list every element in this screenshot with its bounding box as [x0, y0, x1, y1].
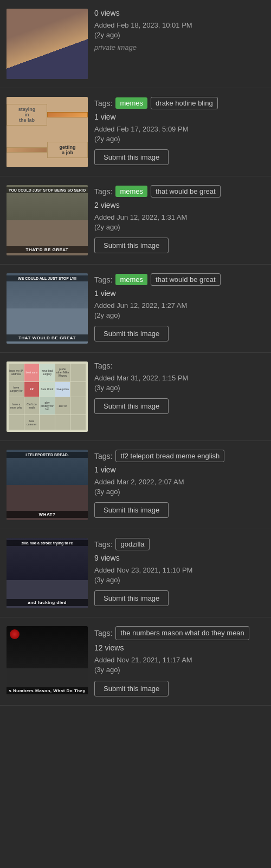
thumbnail: s Numbers Mason, What Do They: [7, 626, 88, 696]
tags-row: Tags: memes that would be great: [94, 273, 264, 286]
tags-label: Tags:: [94, 361, 112, 370]
thumbnail-text-bottom: THAT WOULD BE GREAT: [7, 334, 88, 341]
thumbnail-text-top: I TELEPORTED BREAD.: [7, 452, 88, 458]
tag-godzilla[interactable]: godzilla: [115, 538, 149, 550]
tag-memes[interactable]: memes: [115, 97, 147, 109]
list-item: 0 views Added Feb 18, 2023, 10:01 PM(2y …: [0, 0, 271, 88]
tags-row: Tags: godzilla: [94, 538, 264, 550]
list-item: I TELEPORTED BREAD. WHAT? Tags: tf2 tele…: [0, 441, 271, 529]
thumbnail: I TELEPORTED BREAD. WHAT?: [7, 450, 88, 520]
thumbnail-text-top: WE COULD ALL JUST STOP LYII: [7, 275, 88, 281]
item-info: 0 views Added Feb 18, 2023, 10:01 PM(2y …: [94, 9, 264, 63]
thumbnail-text-bottom: WHAT?: [7, 511, 88, 518]
view-count: 0 views: [94, 9, 264, 17]
thumbnail: stayinginthe lab gettinga job: [7, 97, 88, 167]
submit-button[interactable]: Submit this image: [94, 238, 169, 253]
view-count: 1 view: [94, 113, 264, 121]
thumbnail-text-top: zilla had a stroke trying to re: [7, 540, 88, 546]
tags-label: Tags:: [94, 452, 112, 461]
item-info: Tags: memes that would be great 1 view A…: [94, 273, 264, 341]
thumbnail: zilla had a stroke trying to re and fuck…: [7, 538, 88, 608]
list-item: YOU COULD JUST STOP BEING SO SERIO THAT'…: [0, 176, 271, 265]
submit-button[interactable]: Submit this image: [94, 681, 169, 696]
submit-button[interactable]: Submit this image: [94, 398, 169, 414]
thumbnail-text-bottom: THAT'D BE GREAT: [7, 246, 88, 253]
tags-row: Tags: the numbers mason what do they mea…: [94, 626, 264, 640]
item-info: Tags: godzilla 9 views Added Nov 23, 202…: [94, 538, 264, 606]
view-count: 12 views: [94, 643, 264, 652]
tags-label: Tags:: [94, 275, 112, 284]
tags-label: Tags:: [94, 187, 112, 196]
list-item: zilla had a stroke trying to re and fuck…: [0, 529, 271, 617]
list-item: have my IP address beat sans have bad su…: [0, 353, 271, 441]
thumbnail: [7, 9, 88, 79]
item-info: Tags: the numbers mason what do they mea…: [94, 626, 264, 696]
tags-label: Tags:: [94, 99, 112, 108]
tags-row: Tags: memes drake hotline bling: [94, 97, 264, 109]
tag-that-would-be-great[interactable]: that would be great: [151, 273, 221, 286]
added-date: Added Nov 23, 2021, 11:10 PM(3y ago): [94, 565, 264, 585]
submit-button[interactable]: Submit this image: [94, 326, 169, 341]
view-count: 1 view: [94, 465, 264, 474]
item-info: Tags: Added Mar 31, 2022, 1:15 PM(3y ago…: [94, 361, 264, 416]
list-item: WE COULD ALL JUST STOP LYII THAT WOULD B…: [0, 265, 271, 353]
thumbnail-text-top: YOU COULD JUST STOP BEING SO SERIO: [7, 187, 88, 193]
item-info: Tags: memes drake hotline bling 1 view A…: [94, 97, 264, 165]
list-item: stayinginthe lab gettinga job Tags: meme…: [0, 88, 271, 176]
tags-label: Tags:: [94, 540, 112, 549]
tag-that-would-be-great[interactable]: that would be great: [151, 185, 221, 198]
added-date: Added Mar 2, 2022, 2:07 AM(3y ago): [94, 477, 264, 497]
thumbnail: YOU COULD JUST STOP BEING SO SERIO THAT'…: [7, 185, 88, 255]
submit-button[interactable]: Submit this image: [94, 149, 169, 165]
submit-button[interactable]: Submit this image: [94, 590, 169, 606]
tag-tf2[interactable]: tf2 teleport bread meme english: [115, 450, 224, 462]
tag-drake[interactable]: drake hotline bling: [151, 97, 218, 109]
thumbnail-text-bottom: s Numbers Mason, What Do They: [7, 687, 88, 694]
view-count: 2 views: [94, 201, 264, 209]
thumbnail: WE COULD ALL JUST STOP LYII THAT WOULD B…: [7, 273, 88, 344]
added-date: Added Feb 17, 2023, 5:09 PM(2y ago): [94, 124, 264, 144]
tag-numbers-mason[interactable]: the numbers mason what do they mean: [115, 626, 249, 640]
added-date: Added Mar 31, 2022, 1:15 PM(3y ago): [94, 373, 264, 393]
tag-memes[interactable]: memes: [115, 186, 147, 197]
tags-row: Tags: tf2 teleport bread meme english: [94, 450, 264, 462]
tags-row: Tags: memes that would be great: [94, 185, 264, 198]
tags-label: Tags:: [94, 629, 112, 637]
thumbnail: have my IP address beat sans have bad su…: [7, 361, 88, 432]
list-item: s Numbers Mason, What Do They Tags: the …: [0, 617, 271, 706]
submit-button[interactable]: Submit this image: [94, 502, 169, 518]
item-info: Tags: tf2 teleport bread meme english 1 …: [94, 450, 264, 518]
item-info: Tags: memes that would be great 2 views …: [94, 185, 264, 253]
added-date: Added Jun 12, 2022, 1:27 AM(2y ago): [94, 301, 264, 320]
private-label: private image: [94, 43, 264, 51]
added-date: Added Jun 12, 2022, 1:31 AM(2y ago): [94, 213, 264, 232]
added-date: Added Nov 21, 2021, 11:17 AM(3y ago): [94, 655, 264, 675]
view-count: 9 views: [94, 554, 264, 562]
added-date: Added Feb 18, 2023, 10:01 PM(2y ago): [94, 21, 264, 40]
tags-row: Tags:: [94, 361, 264, 370]
view-count: 1 view: [94, 289, 264, 298]
tag-memes[interactable]: memes: [115, 274, 147, 285]
thumbnail-text-bottom: and fucking died: [7, 599, 88, 606]
